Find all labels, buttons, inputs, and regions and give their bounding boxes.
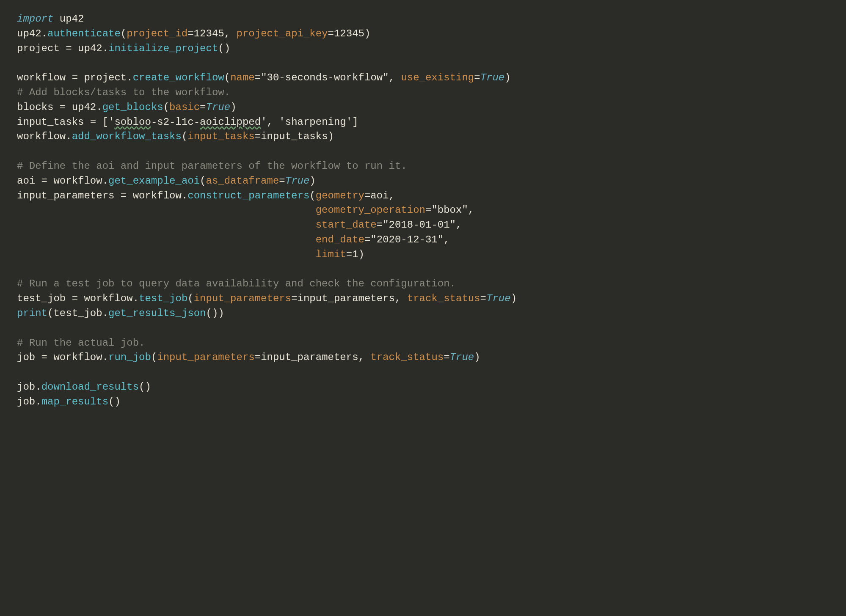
code-line: test_job = workflow.test_job(input_param… [17, 293, 517, 304]
bool-literal: True [450, 352, 474, 363]
param-name: limit [316, 249, 346, 260]
number-literal: 1 [352, 249, 358, 260]
code-line: job.map_results() [17, 396, 121, 407]
param-name: project_api_key [237, 28, 328, 39]
code-line: aoi = workflow.get_example_aoi(as_datafr… [17, 175, 316, 187]
function-call: run_job [108, 352, 151, 363]
param-name: input_parameters [194, 293, 291, 304]
function-call: get_example_aoi [108, 175, 200, 187]
function-call: authenticate [47, 28, 121, 39]
function-call: map_results [41, 396, 108, 407]
comment-line: # Define the aoi and input parameters of… [17, 160, 407, 172]
param-name: geometry [316, 190, 364, 201]
param-name: end_date [316, 234, 364, 245]
param-name: project_id [127, 28, 187, 39]
comment-line: # Run the actual job. [17, 337, 145, 349]
code-line: up42.authenticate(project_id=12345, proj… [17, 28, 370, 39]
module-name: up42 [60, 13, 84, 25]
param-name: as_dataframe [206, 175, 279, 187]
function-call: construct_parameters [187, 190, 309, 201]
spellcheck-underline: sobloo [114, 116, 151, 128]
code-line: blocks = up42.get_blocks(basic=True) [17, 102, 237, 113]
bool-literal: True [285, 175, 310, 187]
code-line: geometry_operation="bbox", [17, 204, 474, 216]
code-line: print(test_job.get_results_json()) [17, 308, 224, 319]
spellcheck-underline: aoiclipped [200, 116, 261, 128]
code-line: job.download_results() [17, 381, 151, 393]
number-literal: 12345 [334, 28, 364, 39]
string-literal: "bbox" [431, 204, 468, 216]
string-literal: "2018-01-01" [383, 219, 456, 231]
param-name: input_tasks [187, 131, 254, 142]
bool-literal: True [480, 72, 505, 83]
function-call: initialize_project [108, 43, 218, 54]
string-literal: 'sharpening' [279, 116, 352, 128]
code-line: start_date="2018-01-01", [17, 219, 462, 231]
function-call: create_workflow [133, 72, 224, 83]
function-call: get_results_json [108, 308, 206, 319]
number-literal: 12345 [194, 28, 224, 39]
string-literal: "30-seconds-workflow" [261, 72, 389, 83]
comment-line: # Add blocks/tasks to the workflow. [17, 87, 230, 98]
code-line: workflow.add_workflow_tasks(input_tasks=… [17, 131, 334, 142]
function-call: test_job [139, 293, 187, 304]
function-call: download_results [41, 381, 139, 393]
bool-literal: True [206, 102, 231, 113]
code-line: project = up42.initialize_project() [17, 43, 230, 54]
function-call: get_blocks [102, 102, 163, 113]
function-call: add_workflow_tasks [72, 131, 182, 142]
code-line: workflow = project.create_workflow(name=… [17, 72, 511, 83]
code-line: input_tasks = ['sobloo-s2-l1c-aoiclipped… [17, 116, 358, 128]
string-literal: "2020-12-31" [370, 234, 444, 245]
param-name: track_status [407, 293, 480, 304]
code-line: end_date="2020-12-31", [17, 234, 450, 245]
comment-line: # Run a test job to query data availabil… [17, 278, 456, 289]
code-block: import up42 up42.authenticate(project_id… [0, 0, 846, 460]
keyword-import: import [17, 13, 53, 25]
param-name: track_status [370, 352, 444, 363]
param-name: geometry_operation [316, 204, 425, 216]
bool-literal: True [486, 293, 511, 304]
param-name: start_date [316, 219, 377, 231]
param-name: basic [169, 102, 200, 113]
code-line: job = workflow.run_job(input_parameters=… [17, 352, 480, 363]
builtin-call: print [17, 308, 47, 319]
param-name: name [230, 72, 255, 83]
param-name: use_existing [401, 72, 474, 83]
param-name: input_parameters [157, 352, 254, 363]
code-line: limit=1) [17, 249, 364, 260]
code-line: input_parameters = workflow.construct_pa… [17, 190, 395, 201]
code-line: import up42 [17, 13, 84, 25]
